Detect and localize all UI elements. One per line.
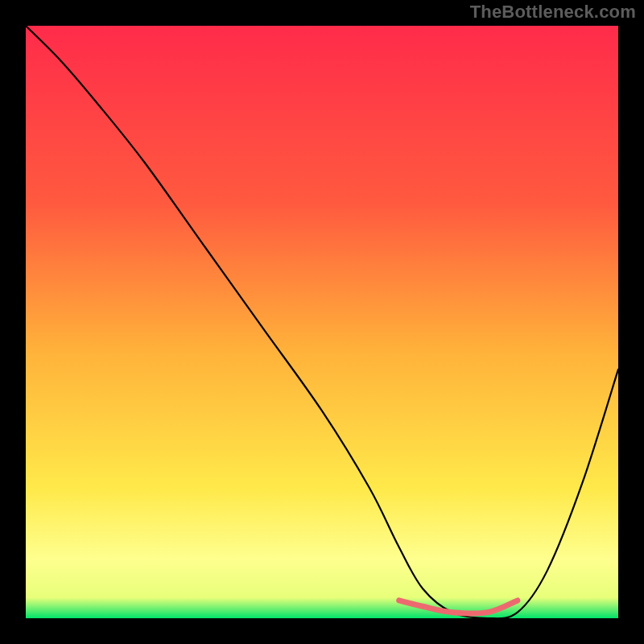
chart-stage: TheBottleneck.com	[0, 0, 644, 644]
site-watermark: TheBottleneck.com	[470, 2, 636, 23]
plot-background	[26, 26, 618, 618]
bottleneck-chart	[0, 0, 644, 644]
